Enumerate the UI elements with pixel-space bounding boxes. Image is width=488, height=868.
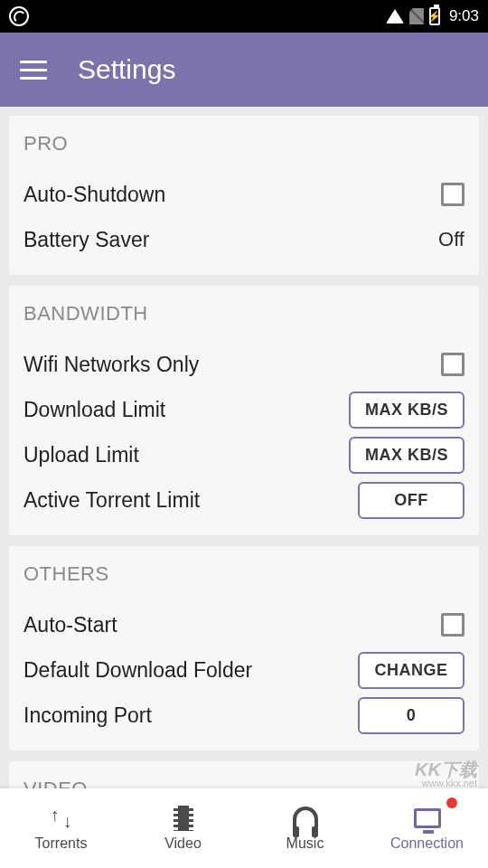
label-download-limit: Download Limit — [23, 398, 165, 422]
row-upload-limit: Upload Limit MAX KB/S — [23, 432, 465, 477]
checkbox-auto-start[interactable] — [441, 613, 465, 637]
notification-dot-icon — [446, 797, 457, 808]
section-header-others: OTHERS — [23, 562, 465, 586]
wifi-icon — [386, 9, 404, 24]
row-download-limit: Download Limit MAX KB/S — [23, 387, 465, 432]
menu-icon[interactable] — [20, 61, 47, 80]
checkbox-auto-shutdown[interactable] — [441, 183, 465, 206]
nav-label-music: Music — [286, 835, 324, 852]
section-pro: PRO Auto-Shutdown Battery Saver Off — [9, 116, 479, 275]
label-auto-start: Auto-Start — [23, 613, 117, 637]
monitor-icon — [414, 805, 441, 832]
nav-label-video: Video — [164, 835, 202, 852]
film-icon — [170, 805, 197, 832]
bottom-nav: Torrents Video Music Connection — [0, 788, 488, 868]
label-incoming-port: Incoming Port — [23, 703, 152, 728]
row-auto-shutdown[interactable]: Auto-Shutdown — [23, 172, 465, 217]
row-default-folder: Default Download Folder CHANGE — [23, 647, 465, 693]
app-bar: Settings — [0, 33, 488, 107]
nav-music[interactable]: Music — [244, 788, 366, 868]
label-active-torrent-limit: Active Torrent Limit — [23, 488, 200, 513]
row-battery-saver[interactable]: Battery Saver Off — [23, 217, 465, 262]
nav-torrents[interactable]: Torrents — [0, 788, 122, 868]
label-auto-shutdown: Auto-Shutdown — [23, 183, 165, 207]
row-active-torrent-limit: Active Torrent Limit OFF — [23, 477, 465, 523]
status-bar: ⚡ 9:03 — [0, 0, 488, 33]
section-others: OTHERS Auto-Start Default Download Folde… — [9, 546, 479, 750]
button-incoming-port[interactable]: 0 — [358, 697, 465, 734]
nav-connection[interactable]: Connection — [366, 788, 488, 868]
button-upload-limit[interactable]: MAX KB/S — [349, 437, 465, 474]
status-clock: 9:03 — [449, 7, 479, 25]
no-sim-icon — [409, 8, 424, 24]
section-header-bandwidth: BANDWIDTH — [23, 302, 465, 326]
nav-label-torrents: Torrents — [35, 835, 88, 852]
nav-label-connection: Connection — [390, 835, 464, 852]
checkbox-wifi-only[interactable] — [441, 353, 465, 376]
battery-charging-icon: ⚡ — [429, 7, 440, 25]
button-download-limit[interactable]: MAX KB/S — [349, 392, 465, 429]
settings-scroll[interactable]: PRO Auto-Shutdown Battery Saver Off BAND… — [0, 107, 488, 788]
label-wifi-only: Wifi Networks Only — [23, 353, 199, 377]
label-battery-saver: Battery Saver — [23, 228, 149, 252]
row-incoming-port: Incoming Port 0 — [23, 693, 465, 738]
section-header-pro: PRO — [23, 132, 465, 156]
section-bandwidth: BANDWIDTH Wifi Networks Only Download Li… — [9, 286, 479, 535]
page-title: Settings — [78, 54, 175, 85]
button-change-folder[interactable]: CHANGE — [358, 652, 465, 689]
label-default-folder: Default Download Folder — [23, 658, 252, 683]
headphones-icon — [292, 805, 319, 832]
app-swirl-icon — [9, 6, 29, 26]
label-upload-limit: Upload Limit — [23, 443, 139, 467]
value-battery-saver: Off — [438, 228, 465, 251]
nav-video[interactable]: Video — [122, 788, 244, 868]
updown-arrows-icon — [48, 805, 75, 832]
section-video: VIDEO — [9, 761, 479, 788]
section-header-video: VIDEO — [23, 778, 465, 788]
row-auto-start[interactable]: Auto-Start — [23, 602, 465, 647]
row-wifi-only[interactable]: Wifi Networks Only — [23, 342, 465, 387]
button-active-torrent-limit[interactable]: OFF — [358, 482, 465, 519]
